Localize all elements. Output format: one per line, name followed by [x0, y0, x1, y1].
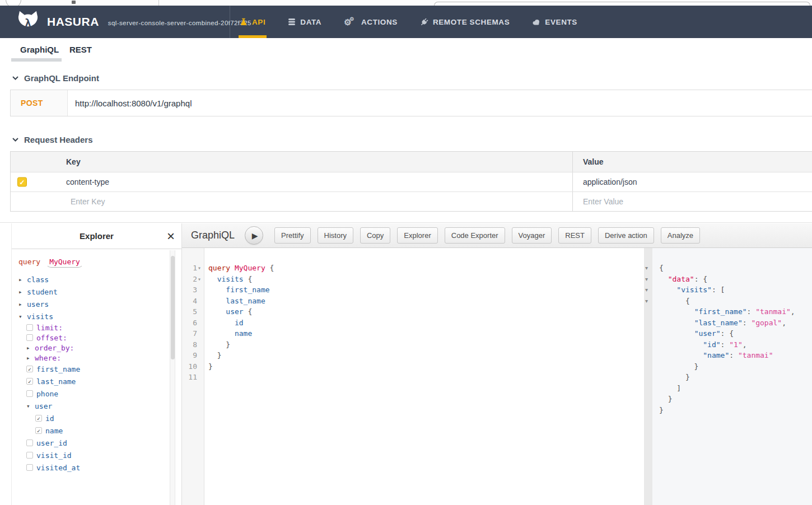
history-button[interactable]: History	[318, 227, 353, 244]
unchecked-checkbox-icon[interactable]	[26, 439, 33, 446]
request-headers-section-heading[interactable]: Request Headers	[12, 135, 93, 144]
line-number: 10	[182, 361, 197, 372]
explorer-item-last-name[interactable]: ✓last_name	[18, 375, 169, 387]
header-enabled-checkbox[interactable]: ✓	[17, 177, 27, 187]
brand-name: HASURA	[47, 15, 99, 29]
expanded-arrow-icon[interactable]: ▾	[26, 403, 35, 410]
explorer-item-label: offset:	[36, 334, 67, 342]
explorer-item-id[interactable]: ✓id	[18, 412, 169, 424]
line-number: 1	[182, 263, 197, 274]
response-pane: { "data": { "visits": [ { "first_name": …	[652, 248, 812, 505]
header-key-input[interactable]: Enter Key	[71, 197, 105, 206]
line-number: 3	[182, 284, 197, 296]
close-icon[interactable]: ×	[167, 230, 175, 243]
collapsed-arrow-icon[interactable]: ▸	[18, 288, 27, 296]
explorer-button[interactable]: Explorer	[397, 227, 437, 244]
unchecked-checkbox-icon[interactable]	[26, 324, 33, 331]
explorer-item-first-name[interactable]: ✓first_name	[18, 363, 169, 375]
line-number: 9	[182, 350, 197, 361]
unchecked-checkbox-icon[interactable]	[26, 390, 33, 397]
explorer-item-offset[interactable]: offset:	[18, 333, 169, 343]
checked-checkbox-icon[interactable]: ✓	[26, 366, 33, 372]
voyager-button[interactable]: Voyager	[512, 227, 552, 244]
nav-item-actions[interactable]: ⚙⚙ACTIONS	[344, 6, 398, 38]
query-editor[interactable]: 1▾query MyQuery {2▾ visits {3 first_name…	[182, 248, 644, 505]
explorer-item-label: phone	[36, 390, 58, 398]
explorer-scrollbar[interactable]	[170, 250, 175, 505]
fold-arrow-icon[interactable]: ▾	[198, 274, 204, 285]
query-name-row[interactable]: query MyQuery	[18, 257, 169, 268]
response-line: {	[659, 263, 795, 274]
response-line: {	[659, 296, 795, 307]
fold-arrow-icon[interactable]: ▾	[645, 296, 648, 307]
plug-icon	[420, 18, 428, 26]
endpoint-heading-label: GraphQL Endpoint	[24, 73, 99, 83]
execute-query-button[interactable]: ▶	[245, 226, 263, 245]
response-line: "first_name": "tanmai",	[659, 306, 795, 317]
line-number: 11	[182, 372, 197, 383]
header-row-enter-key: Enter KeyEnter Value	[11, 191, 812, 211]
response-line: ]	[659, 383, 795, 394]
explorer-item-name[interactable]: ✓name	[18, 424, 169, 437]
explorer-item-class[interactable]: ▸class	[18, 273, 169, 286]
explorer-item-user[interactable]: ▾user	[18, 400, 169, 412]
collapsed-arrow-icon[interactable]: ▸	[26, 354, 35, 362]
explorer-item-order-by[interactable]: ▸order_by:	[18, 343, 169, 353]
fold-arrow-icon[interactable]: ▾	[198, 263, 204, 274]
explorer-item-label: where:	[35, 354, 61, 362]
response-line: }	[659, 372, 795, 383]
nav-item-data[interactable]: DATA	[288, 6, 321, 38]
tab-rest[interactable]: REST	[69, 38, 92, 62]
code-exporter-button[interactable]: Code Exporter	[445, 227, 505, 244]
request-headers-heading-label: Request Headers	[24, 135, 93, 144]
response-line: "id": "1",	[659, 339, 795, 350]
explorer-item-student[interactable]: ▸student	[18, 286, 169, 298]
expanded-arrow-icon[interactable]: ▾	[18, 313, 27, 320]
endpoint-section-heading[interactable]: GraphQL Endpoint	[12, 73, 99, 83]
collapsed-arrow-icon[interactable]: ▸	[18, 276, 27, 283]
fold-arrow-icon[interactable]: ▾	[645, 284, 648, 296]
analyze-button[interactable]: Analyze	[661, 227, 700, 244]
unchecked-checkbox-icon[interactable]	[26, 334, 33, 341]
checked-checkbox-icon[interactable]: ✓	[35, 427, 42, 434]
nav-item-remote-schemas[interactable]: REMOTE SCHEMAS	[420, 6, 510, 38]
explorer-item-limit[interactable]: limit:	[18, 322, 169, 333]
nav-item-events[interactable]: EVENTS	[532, 6, 577, 38]
response-line: "last_name": "gopal",	[659, 317, 795, 329]
request-headers-table: Key Value ✓content-typeapplication/jsonE…	[10, 151, 812, 212]
unchecked-checkbox-icon[interactable]	[26, 452, 33, 459]
explorer-item-visited-at[interactable]: visited_at	[18, 461, 169, 474]
flask-icon	[240, 18, 248, 26]
fold-arrow-icon[interactable]: ▾	[645, 274, 648, 285]
header-value-value[interactable]: application/json	[583, 177, 637, 186]
collapsed-arrow-icon[interactable]: ▸	[18, 301, 27, 308]
nav-item-api[interactable]: API	[240, 6, 265, 38]
derive-action-button[interactable]: Derive action	[598, 227, 654, 244]
result-drag-bar[interactable]: ▾▾▾▾	[644, 248, 652, 505]
unchecked-checkbox-icon[interactable]	[26, 464, 33, 471]
header-value-input[interactable]: Enter Value	[583, 197, 623, 206]
explorer-item-phone[interactable]: phone	[18, 387, 169, 400]
checked-checkbox-icon[interactable]: ✓	[35, 415, 42, 422]
browser-urlbar-fragment	[434, 2, 810, 6]
response-line: "data": {	[659, 274, 795, 285]
checked-checkbox-icon[interactable]: ✓	[26, 378, 33, 385]
response-line: }	[659, 394, 795, 405]
copy-button[interactable]: Copy	[360, 227, 390, 244]
rest-button[interactable]: REST	[558, 227, 591, 244]
browser-tab-fragment	[6, 0, 21, 6]
query-name-input[interactable]: MyQuery	[46, 257, 83, 268]
play-icon: ▶	[252, 231, 258, 240]
explorer-item-users[interactable]: ▸users	[18, 298, 169, 310]
chevron-down-icon	[12, 138, 18, 142]
prettify-button[interactable]: Prettify	[274, 227, 310, 244]
scrollbar-thumb[interactable]	[171, 256, 175, 359]
explorer-item-visits[interactable]: ▾visits	[18, 310, 169, 322]
collapsed-arrow-icon[interactable]: ▸	[26, 344, 35, 352]
explorer-item-visit-id[interactable]: visit_id	[18, 449, 169, 461]
brand[interactable]: λ HASURA sql-server-console-server-combi…	[16, 10, 251, 34]
explorer-item-where[interactable]: ▸where:	[18, 353, 169, 363]
explorer-item-user-id[interactable]: user_id	[18, 437, 169, 449]
header-key-value[interactable]: content-type	[66, 177, 109, 186]
fold-arrow-icon[interactable]: ▾	[645, 263, 648, 274]
